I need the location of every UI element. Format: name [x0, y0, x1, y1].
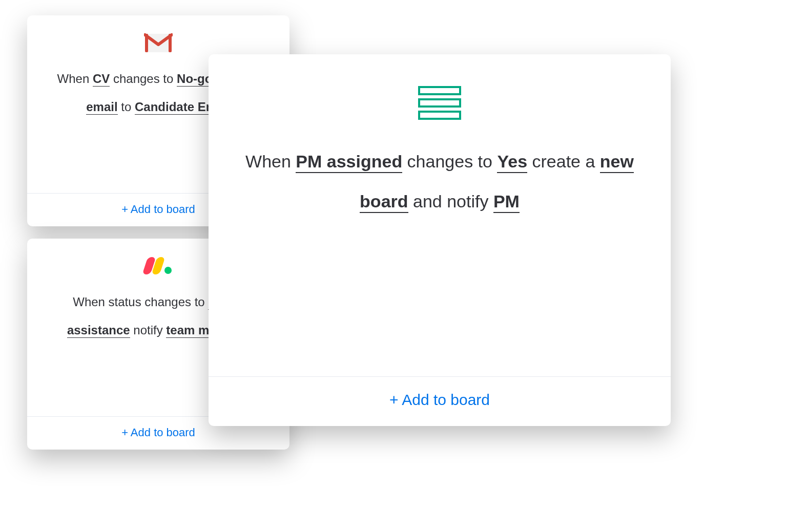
- automation-card-hpe: When PM assigned changes to Yes create a…: [209, 54, 671, 426]
- monday-icon: [145, 253, 172, 279]
- add-to-board-button[interactable]: + Add to board: [121, 426, 195, 439]
- rule-keyword[interactable]: No-go: [177, 72, 212, 87]
- rule-keyword[interactable]: PM assigned: [296, 152, 402, 173]
- svg-rect-1: [145, 34, 148, 52]
- gmail-icon: [144, 30, 173, 55]
- card-body: When PM assigned changes to Yes create a…: [209, 54, 671, 376]
- svg-rect-2: [169, 34, 172, 52]
- rule-keyword[interactable]: Yes: [497, 152, 527, 173]
- add-to-board-button[interactable]: + Add to board: [121, 203, 195, 216]
- add-to-board-button[interactable]: + Add to board: [389, 391, 490, 409]
- rule-keyword[interactable]: PM: [493, 191, 520, 213]
- rule-keyword[interactable]: email: [86, 100, 117, 115]
- rule-keyword[interactable]: CV: [93, 72, 110, 87]
- hpe-icon: [418, 85, 461, 121]
- automation-rule-text: When PM assigned changes to Yes create a…: [234, 141, 645, 221]
- card-footer: + Add to board: [209, 376, 671, 426]
